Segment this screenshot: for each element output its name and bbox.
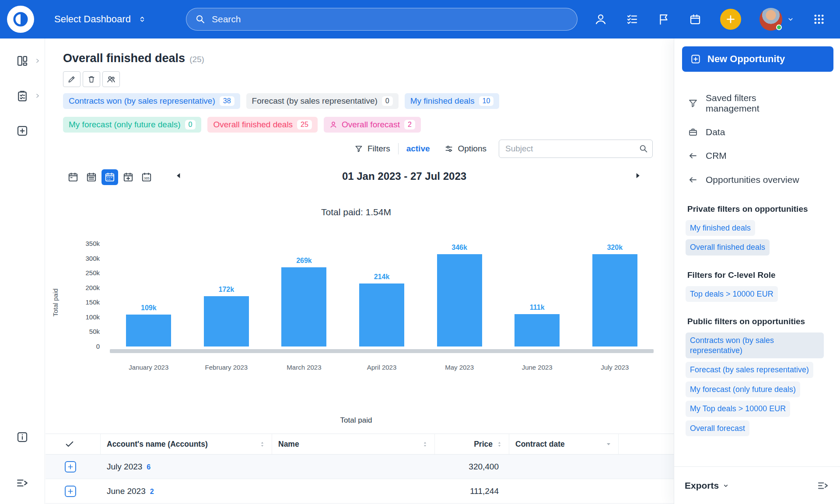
filter-caret-icon[interactable] bbox=[605, 441, 612, 448]
section-heading: Public filters on opportunities bbox=[687, 317, 840, 326]
bar-group[interactable]: 109k bbox=[110, 244, 188, 346]
sidebar-collapse-button[interactable] bbox=[0, 476, 45, 490]
bar[interactable] bbox=[204, 296, 249, 347]
date-navigation: 365 01 Jan 2023 - 27 Jul 2023 bbox=[46, 168, 674, 186]
view-month-button[interactable] bbox=[102, 169, 118, 185]
sort-icon[interactable] bbox=[259, 441, 266, 448]
bar-group[interactable]: 111k bbox=[498, 244, 576, 346]
sort-icon[interactable] bbox=[422, 441, 428, 448]
previous-period-button[interactable] bbox=[175, 172, 182, 179]
pencil-icon bbox=[67, 75, 76, 84]
funnel-icon bbox=[354, 144, 363, 153]
saved-filter-link[interactable]: Contracts won (by sales representative) bbox=[686, 332, 824, 358]
saved-filter-link[interactable]: My forecast (only future deals) bbox=[686, 382, 800, 398]
filter-chip[interactable]: My finished deals 10 bbox=[405, 93, 500, 109]
chart-scrollbar[interactable] bbox=[110, 349, 654, 353]
plus-square-icon bbox=[16, 124, 29, 137]
apps-grid-icon[interactable] bbox=[813, 13, 825, 25]
collapse-panel-icon[interactable] bbox=[816, 479, 830, 492]
new-opportunity-button[interactable]: New Opportunity bbox=[682, 46, 833, 72]
filter-chip[interactable]: My forecast (only future deals) 0 bbox=[63, 117, 201, 133]
chip-count: 10 bbox=[479, 96, 494, 106]
bar[interactable] bbox=[514, 314, 560, 347]
bar[interactable] bbox=[126, 315, 171, 346]
column-header-price[interactable]: Price bbox=[435, 434, 509, 454]
exports-button[interactable]: Exports bbox=[685, 480, 729, 491]
subject-search-input[interactable] bbox=[499, 140, 653, 158]
topbar: Select Dashboard bbox=[0, 0, 840, 38]
share-button[interactable] bbox=[102, 71, 120, 87]
dashboard-selector[interactable]: Select Dashboard bbox=[54, 14, 147, 25]
bar-group[interactable]: 346k bbox=[420, 244, 498, 346]
saved-filter-link[interactable]: Top deals > 10000 EUR bbox=[686, 286, 778, 302]
view-year-button[interactable]: 365 bbox=[138, 169, 155, 185]
column-header-account[interactable]: Account's name (Accounts) bbox=[101, 434, 272, 454]
flag-icon[interactable] bbox=[657, 13, 670, 26]
sidebar-add-button[interactable] bbox=[0, 124, 45, 137]
options-button[interactable]: Options bbox=[444, 144, 486, 154]
calendar-icon[interactable] bbox=[689, 13, 702, 26]
trash-icon bbox=[87, 75, 96, 84]
search-input[interactable] bbox=[212, 14, 568, 24]
bar-value-label: 214k bbox=[374, 273, 390, 281]
filter-links: Top deals > 10000 EUR bbox=[686, 286, 840, 302]
saved-filter-link[interactable]: Forecast (by sales representative) bbox=[686, 362, 813, 378]
bar-group[interactable]: 320k bbox=[576, 244, 654, 346]
expand-group-button[interactable] bbox=[65, 486, 76, 497]
plus-square-icon bbox=[690, 53, 701, 65]
chip-label: Overall forecast bbox=[342, 120, 400, 130]
user-avatar[interactable] bbox=[760, 8, 782, 31]
bar-value-label: 109k bbox=[141, 304, 157, 312]
filter-chip[interactable]: Contracts won (by sales representative) … bbox=[63, 93, 240, 109]
menu-item-crm[interactable]: CRM bbox=[687, 150, 840, 161]
table-row[interactable]: July 2023 6 320,400 bbox=[46, 455, 674, 479]
bar[interactable] bbox=[592, 254, 637, 346]
panel-footer: Exports bbox=[674, 466, 840, 504]
bar[interactable] bbox=[359, 284, 404, 346]
bar[interactable] bbox=[281, 267, 326, 346]
edit-button[interactable] bbox=[63, 71, 80, 87]
tasks-icon[interactable] bbox=[626, 13, 639, 26]
menu-item-opportunities-overview[interactable]: Opportunities overview bbox=[687, 175, 840, 185]
sidebar-item-planner[interactable] bbox=[0, 89, 45, 102]
filters-label: Filters bbox=[368, 144, 390, 154]
table-row[interactable]: June 2023 2 111,244 bbox=[46, 479, 674, 504]
bar-group[interactable]: 269k bbox=[265, 244, 343, 346]
section-heading: Filters for C-level Role bbox=[687, 270, 840, 280]
quick-add-button[interactable] bbox=[720, 9, 741, 30]
menu-item-data[interactable]: Data bbox=[687, 127, 840, 137]
briefcase-icon bbox=[687, 127, 699, 137]
filters-button[interactable]: Filters bbox=[354, 144, 390, 154]
saved-filter-link[interactable]: Overall finished deals bbox=[686, 239, 770, 256]
expand-group-button[interactable] bbox=[65, 461, 76, 472]
saved-filter-link[interactable]: My finished deals bbox=[686, 220, 755, 236]
select-all-check-icon[interactable] bbox=[65, 439, 74, 449]
app-logo[interactable] bbox=[7, 6, 34, 33]
search-icon[interactable] bbox=[639, 144, 648, 154]
bar-group[interactable]: 172k bbox=[188, 244, 266, 346]
column-header-contract-date[interactable]: Contract date bbox=[509, 434, 619, 454]
menu-item-saved-filters[interactable]: Saved filters management bbox=[687, 93, 840, 114]
view-quarter-button[interactable] bbox=[120, 169, 136, 185]
chevron-right-icon[interactable] bbox=[35, 58, 40, 64]
filter-chip[interactable]: Overall finished deals 25 bbox=[207, 117, 317, 133]
view-week-button[interactable] bbox=[83, 169, 100, 185]
next-period-button[interactable] bbox=[634, 172, 641, 179]
saved-filter-link[interactable]: Overall forecast bbox=[686, 420, 749, 437]
active-filters-link[interactable]: active bbox=[406, 144, 430, 154]
column-header-name[interactable]: Name bbox=[272, 434, 435, 454]
delete-button[interactable] bbox=[83, 71, 100, 87]
contacts-icon[interactable] bbox=[594, 13, 607, 26]
filter-chip[interactable]: Overall forecast 2 bbox=[324, 117, 421, 133]
sort-icon[interactable] bbox=[496, 441, 503, 448]
filter-chip[interactable]: Forecast (by sales representative) 0 bbox=[246, 93, 399, 109]
bar-group[interactable]: 214k bbox=[343, 244, 421, 346]
bar[interactable] bbox=[437, 254, 482, 346]
avatar-chevron-down-icon[interactable] bbox=[787, 15, 794, 23]
saved-filter-link[interactable]: My Top deals > 10000 EUR bbox=[686, 401, 790, 417]
view-day-button[interactable] bbox=[65, 169, 81, 185]
sidebar-info-button[interactable] bbox=[0, 430, 45, 444]
sidebar-item-dashboards[interactable] bbox=[0, 54, 45, 67]
chevron-right-icon[interactable] bbox=[35, 93, 40, 99]
table-header: Account's name (Accounts) Name Price Con… bbox=[46, 434, 674, 455]
